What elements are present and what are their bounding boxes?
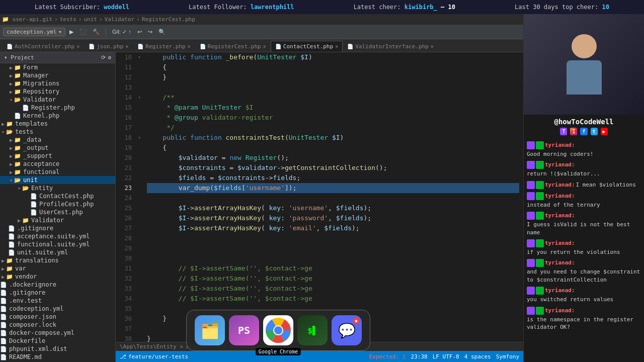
- git-button[interactable]: Git: ✓ ↑: [110, 28, 133, 36]
- fold-gutter: ▾ ▾ ▾: [136, 52, 143, 342]
- expand-arrow: ▶: [8, 65, 14, 70]
- tree-docker-compose[interactable]: 📄 docker-compose.yml: [0, 329, 115, 337]
- tree-unit[interactable]: ▾ 📂 unit: [0, 176, 115, 184]
- yml-file-icon: 📄: [0, 306, 7, 312]
- tree-profilecest[interactable]: 📄 ProfileCest.php: [0, 200, 115, 208]
- tree-gitignore2[interactable]: 📄 .gitignore: [0, 224, 115, 232]
- dock-chrome[interactable]: Google Chrome: [263, 315, 293, 345]
- tree-dockerignore[interactable]: 📄 .dockerignore: [0, 281, 115, 289]
- tree-data[interactable]: ▶ 📁 _data: [0, 136, 115, 144]
- tree-label: vendor: [15, 273, 37, 280]
- tree-output[interactable]: ▶ 📁 _output: [0, 144, 115, 152]
- tree-tests[interactable]: ▾ 📂 tests: [0, 128, 115, 136]
- top-cheer-label: Last 30 days top cheer:: [515, 4, 598, 11]
- tree-form[interactable]: ▶ 📁 Form: [0, 63, 115, 71]
- tree-validator[interactable]: ▾ 📂 Validator: [0, 96, 115, 104]
- close-icon[interactable]: ×: [431, 44, 434, 49]
- tree-phpunit[interactable]: 📄 phpunit.xml.dist: [0, 345, 115, 353]
- tab-label: ContactCest.php: [283, 43, 333, 50]
- close-icon[interactable]: ×: [335, 44, 338, 49]
- tree-usercest[interactable]: 📄 UserCest.php: [0, 208, 115, 216]
- sync-icon[interactable]: ⟳: [101, 54, 106, 61]
- redo-button[interactable]: ↪: [146, 28, 154, 36]
- tree-translations[interactable]: ▶ 📁 translations: [0, 256, 115, 264]
- tab-register[interactable]: 📄 Register.php ×: [133, 41, 195, 52]
- sub-badge: [527, 287, 535, 295]
- search-button[interactable]: 🔍: [156, 28, 168, 36]
- tab-contactcest[interactable]: 📄 ContactCest.php ×: [271, 41, 343, 52]
- close-icon[interactable]: ×: [125, 44, 128, 49]
- project-header[interactable]: ▾ Project ⟳ ⚙: [0, 52, 115, 63]
- tree-templates[interactable]: ▶ 📁 templates: [0, 120, 115, 128]
- tree-unit-suite[interactable]: 📄 unit.suite.yml: [0, 248, 115, 256]
- run-button[interactable]: ▶: [67, 28, 75, 36]
- tree-contactcest[interactable]: 📄 ContactCest.php: [0, 192, 115, 200]
- fold-marker[interactable]: ▾: [136, 52, 143, 62]
- tree-readme[interactable]: 📄 README.md: [0, 353, 115, 361]
- close-icon[interactable]: ×: [263, 44, 266, 49]
- tab-registercest[interactable]: 📄 RegisterCest.php ×: [195, 41, 271, 52]
- tree-acc-suite[interactable]: 📄 acceptance.suite.yml: [0, 232, 115, 240]
- bc-item[interactable]: RegisterCest.php: [142, 16, 195, 23]
- build-button[interactable]: 🔨: [91, 28, 102, 36]
- tab-authcontroller[interactable]: 📄 AuthController.php ×: [2, 41, 84, 52]
- dock-finder[interactable]: 🗂️: [195, 315, 225, 345]
- tree-dockerfile[interactable]: 📄 Dockerfile: [0, 337, 115, 345]
- debug-button[interactable]: ⬛: [77, 28, 89, 36]
- tree-func-suite[interactable]: 📄 functional.suite.yml: [0, 240, 115, 248]
- tree-functional[interactable]: ▶ 📁 functional: [0, 168, 115, 176]
- tree-codeception-yml[interactable]: 📄 codeception.yml: [0, 305, 115, 313]
- bc-item[interactable]: tests: [60, 16, 76, 23]
- bc-item[interactable]: unit: [84, 16, 97, 23]
- chat-message: tyrianad: instead of the ternary: [527, 192, 641, 209]
- tree-entity[interactable]: ▾ 📂 Entity: [0, 184, 115, 192]
- tree-manager[interactable]: ▶ 📁 Manager: [0, 71, 115, 79]
- instagram-icon[interactable]: I: [570, 128, 577, 135]
- dock-phpstorm[interactable]: PS: [229, 315, 259, 345]
- tree-support[interactable]: ▶ 📁 _support: [0, 152, 115, 160]
- tree-composer-lock[interactable]: 📄 composer.lock: [0, 321, 115, 329]
- dock-discord[interactable]: 💬 ●: [332, 315, 362, 345]
- tree-var[interactable]: ▶ 📁 var: [0, 264, 115, 273]
- tab-json[interactable]: 📄 json.php ×: [84, 41, 133, 52]
- code-content: 10 11 12 13 14 15 16 17 18 19 20 21 22 2…: [116, 52, 523, 342]
- close-icon[interactable]: ×: [76, 44, 79, 49]
- git-branch[interactable]: ⎇ feature/user-tests: [120, 353, 188, 360]
- dock-terminal[interactable]: $▌: [297, 315, 328, 345]
- chat-text: Good morning coders!: [527, 150, 593, 158]
- tree-env-test[interactable]: 📄 .env.test: [0, 297, 115, 305]
- youtube-icon[interactable]: ▶: [601, 128, 608, 135]
- code-line-33: // $I->assertSame('', $contact->ge: [147, 284, 519, 294]
- tree-register-php[interactable]: 📄 Register.php: [0, 104, 115, 112]
- settings-icon[interactable]: ⚙: [108, 54, 111, 61]
- twitch-icon[interactable]: T: [560, 128, 567, 135]
- tree-migrations[interactable]: ▶ 📁 Migrations: [0, 79, 115, 87]
- tree-label: README.md: [9, 353, 42, 360]
- tree-label: Register.php: [31, 104, 75, 111]
- tree-acceptance[interactable]: ▶ 📁 acceptance: [0, 160, 115, 168]
- tree-vendor[interactable]: ▶ 📁 vendor: [0, 273, 115, 281]
- folder-icon: 📁: [14, 64, 21, 71]
- tree-gitignore3[interactable]: 📄 .gitignore: [0, 289, 115, 297]
- code-line-23: var_dump($fields['username']);: [147, 183, 519, 193]
- chat-username: tyrianad:: [545, 287, 575, 295]
- chat-area: tyrianad: Good morning coders! tyrianad:…: [524, 138, 644, 362]
- tree-composer-json[interactable]: 📄 composer.json: [0, 313, 115, 321]
- fold-marker[interactable]: ▾: [136, 133, 143, 143]
- tree-kernel-php[interactable]: 📄 Kernel.php: [0, 112, 115, 120]
- tree-repository[interactable]: ▶ 📁 Repository: [0, 87, 115, 96]
- ln-36: 36: [120, 314, 132, 324]
- fold-marker[interactable]: ▾: [136, 93, 143, 103]
- tab-validatorinterface[interactable]: 📄 ValidatorInterface.php ×: [343, 41, 438, 52]
- bc-item[interactable]: Validator: [105, 16, 135, 23]
- code-line-19: {: [147, 143, 519, 153]
- ln-15: 15: [120, 103, 132, 113]
- ln-27: 27: [120, 223, 132, 233]
- undo-button[interactable]: ↩: [135, 28, 144, 36]
- twitter-icon[interactable]: t: [591, 128, 598, 135]
- bc-item[interactable]: 📁 user-api.git: [2, 16, 52, 23]
- config-badge[interactable]: codeception.yml ▾: [3, 28, 65, 36]
- tree-validator2[interactable]: ▶ 📁 Validator: [0, 216, 115, 224]
- close-icon[interactable]: ×: [188, 44, 191, 49]
- facebook-icon[interactable]: f: [580, 128, 587, 135]
